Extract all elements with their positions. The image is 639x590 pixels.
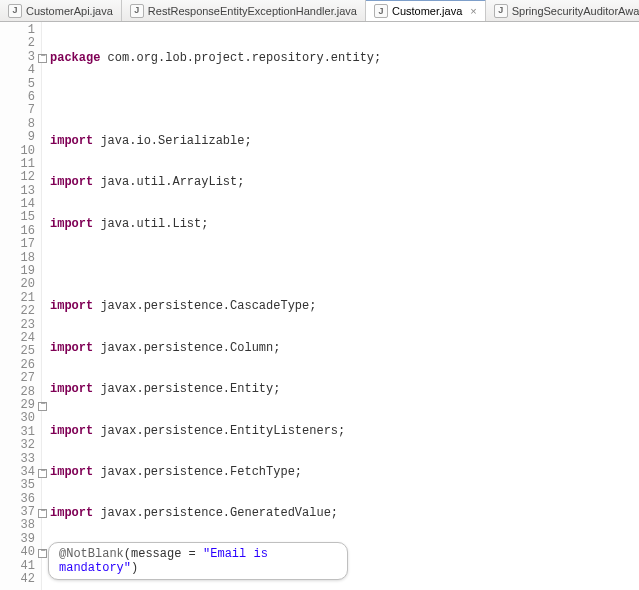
line-number: 23 [0,319,41,332]
code-line: import javax.persistence.EntityListeners… [50,425,583,438]
line-number: 20 [0,278,41,291]
line-number[interactable]: 3 [0,51,41,64]
line-number: 42 [0,573,41,586]
line-number: 16 [0,225,41,238]
line-number[interactable]: 40 [0,546,41,559]
line-number[interactable]: 29 [0,399,41,412]
editor-tabs: J CustomerApi.java J RestResponseEntityE… [0,0,639,22]
line-number: 2 [0,37,41,50]
line-number: 22 [0,305,41,318]
tab-label: Customer.java [392,5,462,17]
line-number: 27 [0,372,41,385]
line-number: 21 [0,292,41,305]
highlight-callout: @NotBlank(message = "Email is mandatory"… [48,542,348,580]
line-number: 1 [0,24,41,37]
line-number: 36 [0,493,41,506]
code-line: import java.io.Serializable; [50,135,583,148]
code-line: import javax.persistence.Entity; [50,383,583,396]
line-number: 28 [0,386,41,399]
code-line: import java.util.List; [50,218,583,231]
java-file-icon: J [374,4,388,18]
line-number: 24 [0,332,41,345]
java-file-icon: J [130,4,144,18]
line-number: 10 [0,145,41,158]
line-number: 30 [0,412,41,425]
code-line: import javax.persistence.GeneratedValue; [50,507,583,520]
line-number: 6 [0,91,41,104]
code-line: import javax.persistence.CascadeType; [50,300,583,313]
line-number: 14 [0,198,41,211]
line-number: 33 [0,453,41,466]
code-line: import javax.persistence.Column; [50,342,583,355]
line-number: 41 [0,560,41,573]
line-number: 19 [0,265,41,278]
tab-label: RestResponseEntityExceptionHandler.java [148,5,357,17]
line-number: 13 [0,185,41,198]
line-number: 15 [0,211,41,224]
line-number: 32 [0,439,41,452]
code-line: import java.util.ArrayList; [50,176,583,189]
line-number: 31 [0,426,41,439]
line-gutter: 1 2 3 4 5 6 7 8 9 10 11 12 13 14 15 16 1… [0,22,42,590]
tab-customer-api[interactable]: J CustomerApi.java [0,0,122,21]
line-number: 5 [0,78,41,91]
line-number[interactable]: 34 [0,466,41,479]
tab-label: SpringSecurityAuditorAware.j [512,5,639,17]
line-number: 4 [0,64,41,77]
java-file-icon: J [8,4,22,18]
line-number: 11 [0,158,41,171]
tab-customer[interactable]: J Customer.java × [366,0,486,21]
line-number: 39 [0,533,41,546]
code-area[interactable]: package com.org.lob.project.repository.e… [42,22,583,590]
line-number: 38 [0,519,41,532]
line-number: 12 [0,171,41,184]
close-icon[interactable]: × [470,5,476,17]
code-editor[interactable]: 1 2 3 4 5 6 7 8 9 10 11 12 13 14 15 16 1… [0,22,639,590]
line-number: 9 [0,131,41,144]
line-number: 17 [0,238,41,251]
line-number: 35 [0,479,41,492]
line-number: 26 [0,359,41,372]
code-line: import javax.persistence.FetchType; [50,466,583,479]
tab-rest-exception-handler[interactable]: J RestResponseEntityExceptionHandler.jav… [122,0,366,21]
line-number: 8 [0,118,41,131]
line-number: 25 [0,345,41,358]
line-number: 7 [0,104,41,117]
line-number: 18 [0,252,41,265]
tab-label: CustomerApi.java [26,5,113,17]
java-file-icon: J [494,4,508,18]
line-number[interactable]: 37 [0,506,41,519]
code-line [50,93,583,106]
code-line [50,259,583,272]
tab-spring-security-auditor[interactable]: J SpringSecurityAuditorAware.j [486,0,639,21]
code-line: package com.org.lob.project.repository.e… [50,52,583,65]
